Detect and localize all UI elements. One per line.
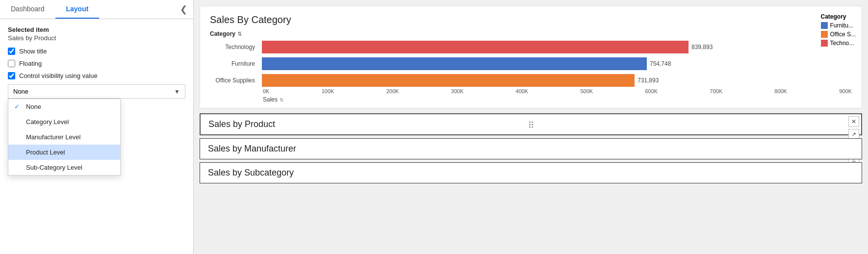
- selected-item-value: Sales by Product: [8, 34, 185, 42]
- bar-fill-furniture: [262, 57, 647, 70]
- legend-label-office: Office S...: [830, 31, 856, 38]
- check-icon-empty3: [14, 149, 22, 156]
- x-tick-100: 100K: [322, 88, 334, 94]
- sub-panel-product-title: Sales by Product: [208, 119, 275, 129]
- collapse-button[interactable]: ❮: [174, 0, 193, 19]
- check-icon-empty2: [14, 133, 22, 141]
- bar-row-furniture: Furniture 754,748: [210, 57, 852, 71]
- control-visibility-checkbox[interactable]: [8, 72, 15, 79]
- dropdown-current-value: None: [13, 88, 28, 95]
- dropdown-container: None ▼ ✓ None Category Level Manufacture…: [8, 84, 185, 99]
- bar-row-office: Office Supplies 731,893: [210, 74, 852, 87]
- dropdown-option-manufacturer[interactable]: Manufacturer Level: [8, 129, 120, 145]
- show-title-label: Show title: [19, 48, 47, 55]
- legend-color-furniture: [821, 22, 828, 29]
- legend-title: Category: [821, 13, 856, 20]
- floating-row: Floating: [8, 60, 185, 67]
- legend-item-tech: Techno...: [821, 40, 856, 47]
- bar-value-furniture: 754,748: [650, 60, 671, 67]
- legend: Category Furnitu... Office S... Techno..…: [821, 13, 856, 49]
- tab-dashboard[interactable]: Dashboard: [0, 0, 55, 19]
- dropdown-option-product-label: Product Level: [26, 149, 65, 156]
- dropdown-option-none-label: None: [26, 103, 41, 110]
- sub-panel-manufacturer-title: Sales by Manufacturer: [208, 144, 296, 153]
- sub-panel-product[interactable]: Sales by Product ✕ ↗ ⊿ ⊥ ↓: [200, 113, 862, 135]
- check-icon-empty4: [14, 164, 22, 171]
- drag-handle[interactable]: [529, 121, 533, 127]
- dropdown-select[interactable]: None ▼: [8, 84, 185, 99]
- control-visibility-label: Control visibility using value: [19, 72, 98, 79]
- close-icon[interactable]: ✕: [848, 116, 859, 127]
- chart-title: Sales By Category: [210, 14, 852, 25]
- tab-layout[interactable]: Layout: [55, 0, 100, 19]
- filter-sort-icon[interactable]: ⇅: [237, 31, 242, 37]
- floating-label: Floating: [19, 60, 42, 67]
- bar-value-office: 731,893: [638, 77, 659, 84]
- dropdown-option-subcategory[interactable]: Sub-Category Level: [8, 160, 120, 175]
- x-tick-700: 700K: [710, 88, 722, 94]
- dropdown-option-manufacturer-label: Manufacturer Level: [26, 133, 80, 141]
- dropdown-option-category-label: Category Level: [26, 118, 69, 126]
- panel-body: Selected item Sales by Product Show titl…: [0, 19, 193, 254]
- check-icon-empty: [14, 118, 22, 126]
- bar-row-technology: Technology 839,893: [210, 40, 852, 54]
- floating-checkbox[interactable]: [8, 60, 15, 67]
- dropdown-option-none[interactable]: ✓ None: [8, 99, 120, 114]
- x-axis: 0K 100K 200K 300K 400K 500K 600K 700K 80…: [210, 88, 852, 94]
- tab-bar: Dashboard Layout ❮: [0, 0, 193, 19]
- legend-label-tech: Techno...: [830, 40, 854, 47]
- control-visibility-row: Control visibility using value: [8, 72, 185, 79]
- x-tick-400: 400K: [516, 88, 529, 94]
- x-tick-200: 200K: [386, 88, 399, 94]
- chevron-down-icon: ▼: [174, 88, 180, 95]
- dropdown-menu: ✓ None Category Level Manufacturer Level…: [8, 99, 121, 176]
- category-label-text: Category: [210, 30, 235, 37]
- dropdown-option-subcategory-label: Sub-Category Level: [26, 164, 82, 171]
- sales-sort-icon[interactable]: ⇅: [280, 97, 283, 102]
- main-area: Sales By Category Category ⇅ Technology …: [194, 0, 868, 254]
- x-tick-900: 900K: [839, 88, 852, 94]
- bar-label-technology: Technology: [210, 40, 259, 54]
- chart-category-label: Category ⇅: [210, 30, 852, 37]
- dropdown-option-category[interactable]: Category Level: [8, 114, 120, 129]
- check-icon: ✓: [14, 103, 22, 110]
- sub-panel-manufacturer[interactable]: Sales by Manufacturer: [200, 138, 862, 159]
- show-title-checkbox[interactable]: [8, 48, 15, 55]
- axis-bottom: Sales ⇅: [210, 96, 852, 103]
- x-tick-600: 600K: [645, 88, 658, 94]
- sales-axis-label: Sales: [263, 96, 278, 103]
- x-tick-800: 800K: [774, 88, 787, 94]
- legend-item-furniture: Furnitu...: [821, 22, 856, 29]
- bar-label-furniture: Furniture: [210, 57, 259, 71]
- bars-section: Technology 839,893 Furniture 754,748 Off…: [210, 40, 852, 87]
- bar-value-technology: 839,893: [691, 44, 713, 51]
- left-panel: Dashboard Layout ❮ Selected item Sales b…: [0, 0, 194, 254]
- bar-fill-office: [262, 74, 635, 87]
- dropdown-option-product[interactable]: Product Level: [8, 145, 120, 160]
- sub-panel-subcategory-title: Sales by Subcategory: [208, 168, 294, 178]
- legend-item-office: Office S...: [821, 31, 856, 38]
- selected-item-label: Selected item: [8, 26, 185, 33]
- bar-fill-technology: [262, 41, 689, 53]
- bar-label-office: Office Supplies: [210, 74, 259, 87]
- bottom-panels: Sales by Product ✕ ↗ ⊿ ⊥ ↓ Sales by Manu…: [200, 113, 862, 183]
- legend-color-tech: [821, 40, 828, 47]
- legend-label-furniture: Furnitu...: [830, 22, 853, 29]
- x-tick-300: 300K: [451, 88, 464, 94]
- x-tick-0: 0K: [263, 88, 269, 94]
- legend-color-office: [821, 31, 828, 38]
- show-title-row: Show title: [8, 48, 185, 55]
- chart-container: Sales By Category Category ⇅ Technology …: [200, 6, 862, 108]
- x-tick-500: 500K: [580, 88, 593, 94]
- sub-panel-subcategory[interactable]: Sales by Subcategory: [200, 162, 862, 183]
